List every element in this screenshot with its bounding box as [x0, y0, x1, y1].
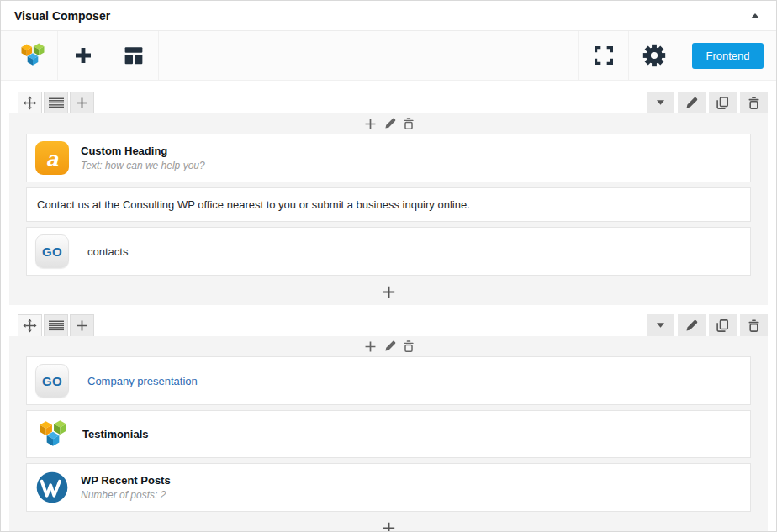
- row-1: a Custom Heading Text: how can we help y…: [9, 92, 768, 305]
- row-add-element-button[interactable]: [70, 92, 94, 113]
- column-delete-button[interactable]: [403, 118, 415, 129]
- pencil-icon: [384, 118, 396, 129]
- element-custom-heading[interactable]: a Custom Heading Text: how can we help y…: [26, 134, 751, 182]
- row-1-right-controls: [647, 92, 768, 113]
- fullscreen-button[interactable]: [578, 31, 628, 80]
- icon-letter: a: [46, 147, 59, 170]
- row-append-element-button[interactable]: [9, 517, 768, 532]
- chevron-down-icon: [657, 323, 664, 328]
- element-text-block[interactable]: Contact us at the Consulting WP office n…: [26, 187, 751, 222]
- element-title: WP Recent Posts: [81, 474, 171, 487]
- plus-icon: [363, 117, 378, 131]
- go-icon: GO: [35, 364, 69, 398]
- element-subtitle: Number of posts: 2: [81, 489, 171, 501]
- row-2: GO Company presentation Testimonials W: [9, 314, 768, 532]
- row-clone-button[interactable]: [709, 314, 737, 336]
- row-edit-button[interactable]: [678, 92, 706, 113]
- row-edit-button[interactable]: [678, 314, 706, 336]
- wordpress-icon: [35, 471, 69, 504]
- clone-icon: [716, 319, 729, 332]
- plus-icon: [381, 520, 397, 532]
- fullscreen-icon: [595, 46, 613, 65]
- icon-letters: GO: [42, 374, 62, 388]
- element-title: Testimonials: [82, 428, 149, 440]
- row-layout-icon: [49, 97, 64, 108]
- frontend-button[interactable]: Frontend: [692, 43, 763, 69]
- vc-toolbar: Frontend: [1, 31, 776, 81]
- trash-icon: [748, 97, 760, 109]
- plus-icon: [73, 45, 93, 66]
- add-element-button[interactable]: [58, 31, 108, 80]
- templates-layout-icon: [124, 45, 144, 66]
- element-testimonials[interactable]: Testimonials: [26, 410, 751, 458]
- row-delete-button[interactable]: [740, 92, 768, 113]
- row-2-right-controls: [647, 314, 768, 336]
- column-add-element-button[interactable]: [363, 340, 378, 354]
- row-clone-button[interactable]: [709, 92, 737, 113]
- pencil-icon: [384, 340, 396, 352]
- clone-icon: [716, 97, 729, 109]
- row-2-body: GO Company presentation Testimonials W: [9, 336, 768, 532]
- row-toggle-button[interactable]: [647, 92, 674, 113]
- column-edit-button[interactable]: [384, 118, 396, 129]
- toolbar-right-group: Frontend: [578, 31, 776, 80]
- row-1-controls: [9, 92, 768, 113]
- element-texts: Custom Heading Text: how can we help you…: [81, 145, 205, 171]
- column-controls: [9, 336, 768, 356]
- settings-button[interactable]: [628, 31, 679, 80]
- row-add-element-button[interactable]: [70, 314, 94, 336]
- row-1-body: a Custom Heading Text: how can we help y…: [9, 113, 768, 305]
- move-arrows-icon: [23, 319, 37, 333]
- custom-heading-icon: a: [35, 141, 69, 175]
- element-texts: WP Recent Posts Number of posts: 2: [81, 474, 171, 501]
- editor-canvas: a Custom Heading Text: how can we help y…: [1, 81, 776, 532]
- row-layout-icon: [49, 320, 64, 331]
- collapse-toggle-button[interactable]: [744, 5, 766, 27]
- page-title: Visual Composer: [14, 9, 110, 23]
- row-layout-button[interactable]: [44, 314, 68, 336]
- element-subtitle: Text: how can we help you?: [81, 160, 205, 171]
- row-2-controls: [9, 314, 768, 336]
- metabox-titlebar: Visual Composer: [1, 1, 776, 31]
- row-2-left-controls: [18, 314, 94, 336]
- row-toggle-button[interactable]: [647, 314, 674, 336]
- row-append-element-button[interactable]: [9, 281, 768, 303]
- element-company-presentation[interactable]: GO Company presentation: [26, 356, 751, 405]
- plus-icon: [363, 340, 378, 354]
- row-layout-button[interactable]: [44, 92, 68, 113]
- element-contacts[interactable]: GO contacts: [26, 227, 751, 276]
- row-drag-handle[interactable]: [18, 92, 42, 113]
- column-add-element-button[interactable]: [363, 117, 378, 131]
- row-drag-handle[interactable]: [18, 314, 42, 336]
- frontend-button-wrap: Frontend: [679, 31, 776, 80]
- plus-icon: [75, 319, 89, 333]
- element-title: Custom Heading: [81, 145, 205, 157]
- triangle-up-icon: [751, 13, 759, 18]
- column-delete-button[interactable]: [403, 340, 415, 352]
- gear-icon: [642, 44, 666, 67]
- vc-cubes-icon: [35, 420, 71, 449]
- move-arrows-icon: [23, 96, 37, 110]
- plus-icon: [75, 96, 89, 110]
- vc-cubes-logo-icon: [18, 43, 48, 68]
- row-1-left-controls: [18, 92, 94, 113]
- trash-icon: [748, 319, 760, 332]
- pencil-icon: [685, 97, 698, 109]
- pencil-icon: [685, 319, 698, 332]
- element-title: contacts: [87, 245, 128, 258]
- icon-letters: GO: [42, 245, 62, 259]
- plus-icon: [381, 284, 397, 300]
- column-controls: [9, 113, 768, 134]
- element-wp-recent-posts[interactable]: WP Recent Posts Number of posts: 2: [26, 463, 751, 512]
- column-edit-button[interactable]: [384, 340, 396, 352]
- vc-logo-button[interactable]: [8, 31, 58, 80]
- go-icon: GO: [35, 234, 69, 268]
- element-title: Company presentation: [87, 375, 198, 387]
- trash-icon: [403, 118, 415, 129]
- row-delete-button[interactable]: [740, 314, 768, 336]
- text-block-content: Contact us at the Consulting WP office n…: [37, 198, 470, 211]
- templates-button[interactable]: [108, 31, 159, 80]
- chevron-down-icon: [657, 100, 664, 105]
- visual-composer-metabox: Visual Composer Frontend: [0, 0, 777, 532]
- toolbar-spacer: [159, 31, 578, 80]
